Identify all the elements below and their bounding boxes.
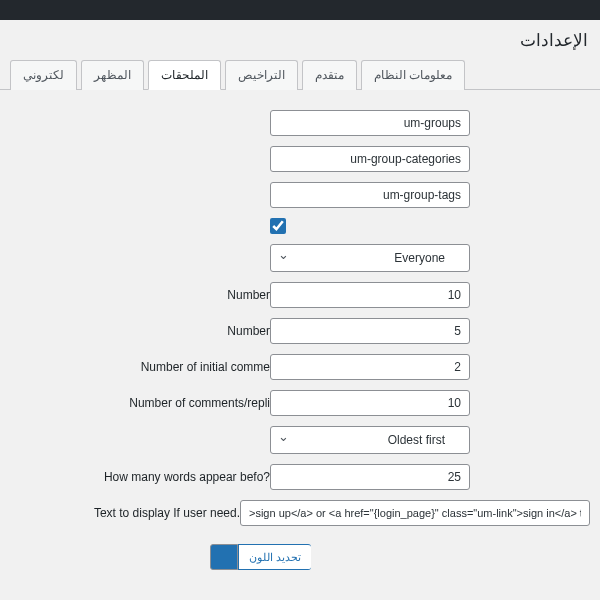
color-picker-button[interactable]: تحديد اللون bbox=[238, 544, 311, 570]
select-visibility[interactable]: Everyone bbox=[270, 244, 470, 272]
input-groups-slug[interactable] bbox=[270, 110, 470, 136]
input-comments-replies[interactable] bbox=[270, 390, 470, 416]
input-group-tags-slug[interactable] bbox=[270, 182, 470, 208]
admin-topbar bbox=[0, 0, 600, 20]
input-number-2[interactable] bbox=[270, 318, 470, 344]
label-number-posts: Number bbox=[10, 288, 270, 302]
settings-tabs: لكتروني المظهر الملحقات التراخيص متقدم م… bbox=[0, 59, 600, 90]
tab-licenses[interactable]: التراخيص bbox=[225, 60, 298, 90]
input-group-categories-slug[interactable] bbox=[270, 146, 470, 172]
label-initial-comments: Number of initial comme bbox=[10, 360, 270, 374]
input-login-text[interactable] bbox=[240, 500, 590, 526]
label-number-2: Number bbox=[10, 324, 270, 338]
label-login-text: .Text to display If user need bbox=[10, 506, 240, 520]
tab-advanced[interactable]: متقدم bbox=[302, 60, 357, 90]
tab-email[interactable]: لكتروني bbox=[10, 60, 77, 90]
input-number-posts[interactable] bbox=[270, 282, 470, 308]
label-words-before: ?How many words appear befo bbox=[10, 470, 270, 484]
tab-system-info[interactable]: معلومات النظام bbox=[361, 60, 465, 90]
select-order[interactable]: Oldest first bbox=[270, 426, 470, 454]
tab-appearance[interactable]: المظهر bbox=[81, 60, 144, 90]
label-comments-replies: Number of comments/repli bbox=[10, 396, 270, 410]
tab-extensions[interactable]: الملحقات bbox=[148, 60, 221, 90]
input-initial-comments[interactable] bbox=[270, 354, 470, 380]
checkbox-enable[interactable] bbox=[270, 218, 286, 234]
settings-form: Everyone Number Number Number of initial… bbox=[0, 90, 600, 570]
page-title: الإعدادات bbox=[0, 20, 600, 59]
input-words-before[interactable] bbox=[270, 464, 470, 490]
color-swatch[interactable] bbox=[210, 544, 238, 570]
